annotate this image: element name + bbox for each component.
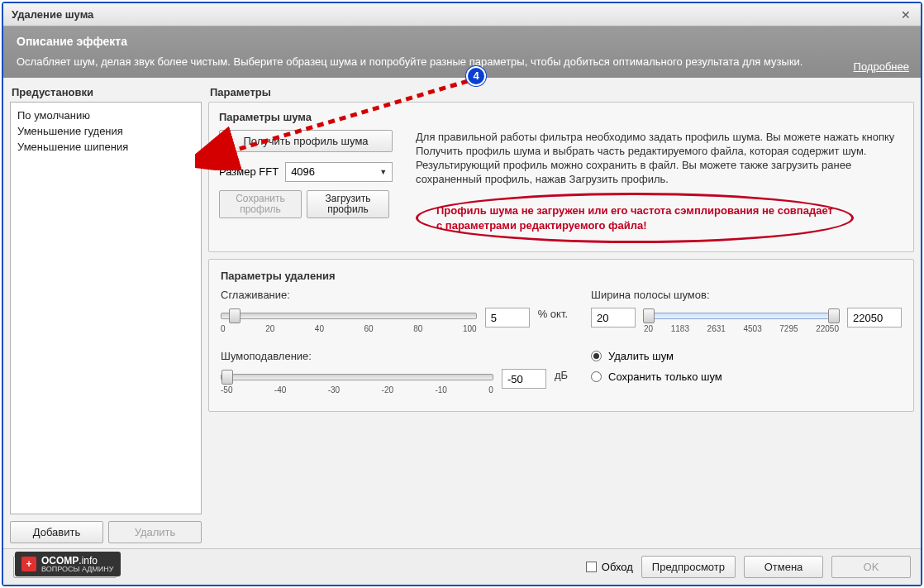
watermark-brand: + OCOMP.info ВОПРОСЫ АДМИНУ [15, 552, 121, 576]
parameters-label: Параметры [208, 83, 914, 102]
fft-size-value: 4096 [291, 165, 315, 178]
presets-list[interactable]: По умолчанию Уменьшение гудения Уменьшен… [10, 102, 202, 514]
annotation-badge-4: 4 [466, 66, 486, 86]
bandwidth-range-slider[interactable] [644, 313, 839, 319]
smoothing-slider-thumb[interactable] [229, 308, 241, 323]
get-noise-profile-button[interactable]: Получить профиль шума [219, 130, 393, 152]
fft-size-label: Размер FFT [219, 165, 279, 178]
description-panel: Описание эффекта Ослабляет шум, делая зв… [3, 26, 921, 78]
presets-label: Предустановки [10, 83, 202, 102]
bandwidth-low-thumb[interactable] [643, 308, 655, 323]
smoothing-ticks: 0 20 40 60 80 100 [221, 323, 477, 335]
preset-item-hum[interactable]: Уменьшение гудения [17, 123, 194, 139]
titlebar: Удаление шума ✕ [3, 3, 921, 26]
smoothing-input[interactable] [485, 308, 530, 327]
plus-icon: + [21, 557, 36, 571]
bandwidth-high-thumb[interactable] [828, 308, 840, 323]
chevron-down-icon: ▼ [379, 168, 387, 176]
noise-mode-radio-group: Удалить шум Сохранить только шум [591, 350, 902, 383]
presets-column: Предустановки По умолчанию Уменьшение гу… [10, 83, 202, 548]
bandwidth-high-input[interactable] [847, 308, 902, 327]
radio-keep-noise[interactable]: Сохранить только шум [591, 370, 902, 383]
smoothing-unit: % окт. [538, 308, 568, 320]
preset-item-default[interactable]: По умолчанию [17, 108, 194, 123]
bottom-bar: ♡ Избранное ▼ Обход Предпросмотр Отмена … [3, 548, 921, 585]
ok-button: OK [831, 556, 911, 578]
noise-help-text: Для правильной работы фильтра необходимо… [416, 130, 903, 187]
preview-button[interactable]: Предпросмотр [641, 556, 736, 578]
suppression-input[interactable] [502, 369, 546, 389]
description-text: Ослабляет шум, делая звук более чистым. … [17, 55, 907, 69]
smoothing-label: Сглаживание: [221, 289, 568, 301]
window-title: Удаление шума [12, 8, 896, 21]
cancel-button[interactable]: Отмена [744, 556, 823, 578]
suppression-label: Шумоподавление: [221, 350, 568, 362]
noise-removal-dialog: Удаление шума ✕ Описание эффекта Ослабля… [2, 2, 922, 586]
bypass-checkbox[interactable]: Обход [586, 561, 633, 573]
parameters-column: Параметры Параметры шума Получить профил… [208, 83, 914, 548]
close-icon[interactable]: ✕ [896, 7, 916, 23]
bandwidth-low-input[interactable] [591, 308, 636, 327]
radio-remove-noise[interactable]: Удалить шум [591, 350, 902, 362]
noise-parameters-title: Параметры шума [219, 111, 903, 123]
bandwidth-label: Ширина полосы шумов: [591, 289, 902, 301]
save-profile-button: Сохранить профиль [219, 190, 302, 218]
suppression-slider-thumb[interactable] [221, 370, 233, 385]
noise-parameters-group: Параметры шума Получить профиль шума Раз… [208, 102, 914, 253]
suppression-ticks: -50 -40 -30 -20 -10 0 [221, 384, 493, 396]
add-preset-button[interactable]: Добавить [10, 521, 103, 543]
description-title: Описание эффекта [17, 35, 907, 48]
removal-parameters-group: Параметры удаления Сглаживание: 0 [208, 259, 914, 412]
preset-item-hiss[interactable]: Уменьшение шипения [17, 139, 194, 155]
smoothing-slider[interactable] [221, 313, 477, 319]
profile-error-message: Профиль шума не загружен или его частота… [416, 193, 854, 243]
load-profile-button[interactable]: Загрузить профиль [307, 190, 389, 218]
more-link[interactable]: Подробнее [854, 60, 909, 73]
removal-parameters-title: Параметры удаления [221, 270, 902, 282]
body-area: Предустановки По умолчанию Уменьшение гу… [3, 78, 921, 548]
suppression-unit: дБ [555, 369, 568, 381]
radio-icon [591, 371, 602, 382]
fft-size-combobox[interactable]: 4096 ▼ [285, 162, 393, 182]
suppression-slider[interactable] [221, 374, 493, 380]
radio-icon [591, 351, 602, 361]
checkbox-icon [586, 562, 597, 572]
bandwidth-ticks: 20 1183 2631 4503 7295 22050 [644, 323, 839, 335]
remove-preset-button: Удалить [108, 521, 202, 543]
